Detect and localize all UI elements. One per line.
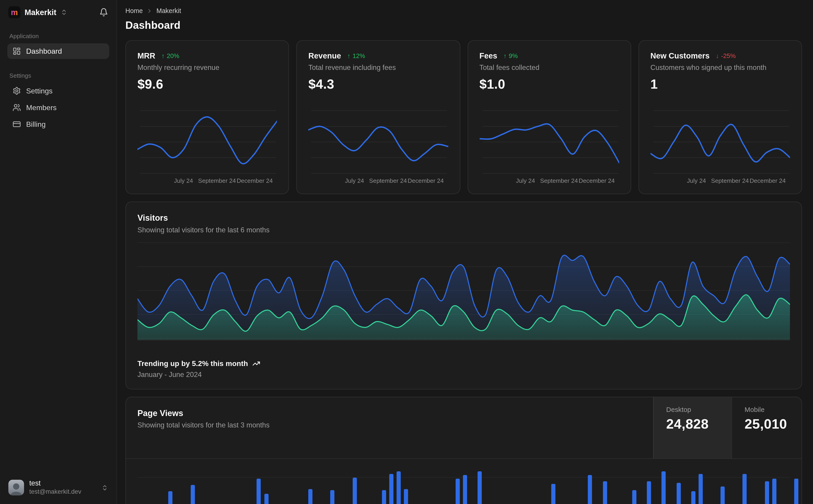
user-email: test@makerkit.dev xyxy=(29,488,81,496)
page-views-bar xyxy=(551,484,555,504)
workspace-name: Makerkit xyxy=(24,8,56,17)
page-views-bar xyxy=(463,475,467,504)
breadcrumb-home[interactable]: Home xyxy=(125,7,143,15)
trending-up-icon xyxy=(252,359,260,367)
sparkline-chart: July 24 September 24 December 24 xyxy=(651,109,790,186)
tab-mobile[interactable]: Mobile 25,010 xyxy=(732,397,802,458)
breadcrumb: Home Makerkit xyxy=(125,7,802,15)
mobile-total: 25,010 xyxy=(745,416,789,432)
page-views-header: Page Views Showing total visitors for th… xyxy=(126,397,802,459)
stat-title: MRR xyxy=(137,51,155,60)
gear-icon xyxy=(13,87,21,95)
sidebar-top: m Makerkit Application Dashboard Setting… xyxy=(7,5,109,133)
stat-subtitle: Customers who signed up this month xyxy=(651,64,790,72)
dashboard-grid-icon xyxy=(13,47,21,56)
breadcrumb-makerkit[interactable]: Makerkit xyxy=(156,7,181,15)
user-account-menu[interactable]: test test@makerkit.dev xyxy=(7,477,109,498)
visitors-area-chart xyxy=(137,242,790,340)
sidebar-item-label: Dashboard xyxy=(26,47,62,56)
page-views-bar xyxy=(382,490,386,504)
page-views-bar xyxy=(603,481,607,504)
visitors-footer-trend: Trending up by 5.2% this month xyxy=(137,359,790,368)
app-root: m Makerkit Application Dashboard Setting… xyxy=(0,0,813,504)
makerkit-logo: m xyxy=(8,6,21,18)
trend-badge: ↑9% xyxy=(504,52,518,59)
page-views-title: Page Views xyxy=(137,409,642,418)
sidebar-item-billing[interactable]: Billing xyxy=(7,116,109,132)
page-views-bar xyxy=(331,490,335,504)
sparkline-chart: July 24 September 24 December 24 xyxy=(309,109,448,186)
chevron-right-icon xyxy=(146,8,153,14)
page-views-bar xyxy=(456,479,460,504)
trend-badge: ↑12% xyxy=(347,52,365,59)
user-name: test xyxy=(29,479,81,488)
logo-letter: m xyxy=(11,8,18,16)
page-views-bar xyxy=(389,474,393,504)
page-views-bar xyxy=(190,485,194,504)
desktop-total: 24,828 xyxy=(666,416,719,432)
stat-card-revenue: Revenue ↑12% Total revenue including fee… xyxy=(296,40,460,194)
trend-badge: ↑20% xyxy=(161,52,179,59)
stat-card-new-customers: New Customers ↓-25% Customers who signed… xyxy=(638,40,802,194)
page-views-bar xyxy=(691,491,695,504)
workspace-selector[interactable]: m Makerkit xyxy=(7,5,109,19)
trend-badge: ↓-25% xyxy=(716,52,736,59)
stat-title: Fees xyxy=(479,51,497,60)
section-label-settings: Settings xyxy=(9,73,107,79)
sparkline-x-labels: July 24 September 24 December 24 xyxy=(479,178,619,185)
page-views-series-tabs: Desktop 24,828 Mobile 25,010 xyxy=(653,397,802,458)
users-icon xyxy=(13,103,21,112)
stat-value: $9.6 xyxy=(137,77,277,92)
section-label-application: Application xyxy=(9,33,107,39)
page-views-bar xyxy=(477,471,482,504)
page-views-bar xyxy=(632,490,636,504)
sidebar-item-label: Billing xyxy=(26,120,45,128)
page-views-bar xyxy=(588,475,592,504)
stat-title: New Customers xyxy=(651,51,710,60)
notifications-bell-icon[interactable] xyxy=(99,8,108,17)
user-meta: test test@makerkit.dev xyxy=(29,479,81,496)
stat-title: Revenue xyxy=(309,51,341,60)
page-views-bar xyxy=(677,483,681,504)
page-title: Dashboard xyxy=(125,19,802,32)
page-views-bar xyxy=(772,479,776,504)
page-views-bar xyxy=(662,471,666,504)
stat-card-fees: Fees ↑9% Total fees collected $1.0 July … xyxy=(467,40,631,194)
arrow-up-icon: ↑ xyxy=(347,52,351,59)
sidebar-item-dashboard[interactable]: Dashboard xyxy=(7,43,109,59)
stat-value: $1.0 xyxy=(479,77,619,92)
avatar xyxy=(8,480,24,496)
tab-desktop[interactable]: Desktop 24,828 xyxy=(653,397,732,458)
page-views-bar xyxy=(699,474,703,504)
visitors-subtitle: Showing total visitors for the last 6 mo… xyxy=(137,226,790,234)
stat-cards-row: MRR ↑20% Monthly recurring revenue $9.6 … xyxy=(125,40,802,194)
page-views-subtitle: Showing total visitors for the last 3 mo… xyxy=(137,421,642,429)
stat-subtitle: Total revenue including fees xyxy=(309,64,448,72)
stat-subtitle: Total fees collected xyxy=(479,64,619,72)
sparkline-chart: July 24 September 24 December 24 xyxy=(137,109,277,186)
arrow-up-icon: ↑ xyxy=(504,52,507,59)
visitors-title: Visitors xyxy=(137,213,790,223)
page-views-bar xyxy=(743,474,747,504)
page-views-bar xyxy=(404,489,408,504)
sparkline-x-labels: July 24 September 24 December 24 xyxy=(309,178,448,185)
page-views-bar xyxy=(721,486,725,504)
sidebar-item-settings[interactable]: Settings xyxy=(7,83,109,99)
chevrons-up-down-icon xyxy=(101,484,108,491)
visitors-footer-range: January - June 2024 xyxy=(137,371,790,378)
sparkline-x-labels: July 24 September 24 December 24 xyxy=(651,178,790,185)
page-views-bar xyxy=(257,479,261,504)
credit-card-icon xyxy=(13,120,21,128)
page-views-bar xyxy=(168,491,173,504)
page-views-bar xyxy=(352,478,357,504)
sidebar-item-label: Members xyxy=(26,103,56,112)
sidebar-item-label: Settings xyxy=(26,87,53,95)
page-views-bar xyxy=(647,481,651,504)
page-views-bar xyxy=(397,471,401,504)
arrow-up-icon: ↑ xyxy=(161,52,165,59)
sparkline-x-labels: July 24 September 24 December 24 xyxy=(137,178,277,185)
page-views-bar xyxy=(765,481,769,504)
sidebar: m Makerkit Application Dashboard Setting… xyxy=(0,0,117,504)
page-views-bar xyxy=(264,494,268,504)
sidebar-item-members[interactable]: Members xyxy=(7,100,109,115)
